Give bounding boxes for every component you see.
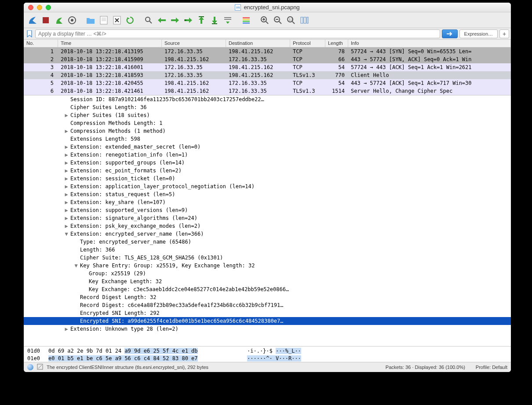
edit-capture-comment-icon[interactable] bbox=[37, 364, 43, 371]
zoom-in-icon[interactable] bbox=[259, 14, 271, 26]
hex-row[interactable]: 01e0 e0 01 b5 e1 be c6 5e a9 56 c6 c4 84… bbox=[27, 355, 507, 362]
chevron-right-icon[interactable]: ▶ bbox=[63, 152, 69, 158]
detail-text: Extension: ec_point_formats (len=2) bbox=[69, 168, 182, 174]
detail-tree-line[interactable]: Record Digest Length: 32 bbox=[24, 293, 511, 301]
detail-tree-line[interactable]: Group: x25519 (29) bbox=[24, 270, 511, 277]
chevron-right-icon[interactable]: ▶ bbox=[63, 223, 69, 229]
chevron-right-icon[interactable]: ▶ bbox=[63, 215, 69, 221]
chevron-right-icon[interactable]: ▶ bbox=[63, 183, 69, 190]
detail-tree-line[interactable]: Record Digest: c6ce4a88f23b89ec33a5defea… bbox=[24, 301, 511, 309]
detail-tree-line[interactable]: ▼Key Share Entry: Group: x25519, Key Exc… bbox=[24, 262, 511, 270]
chevron-right-icon[interactable]: ▶ bbox=[63, 191, 69, 197]
packet-list-pane[interactable]: No. Time Source Destination Protocol Len… bbox=[24, 40, 511, 95]
detail-tree-line[interactable]: Extensions Length: 598 bbox=[24, 135, 511, 143]
go-first-icon[interactable] bbox=[195, 14, 208, 26]
detail-tree-line[interactable]: Key Exchange: c3ec5aaeb1ddc2ce04e85277c0… bbox=[24, 285, 511, 293]
detail-tree-line[interactable]: ▶Extension: supported_versions (len=9) bbox=[24, 206, 511, 214]
chevron-right-icon[interactable]: ▶ bbox=[63, 199, 69, 205]
detail-tree-line[interactable]: Length: 366 bbox=[24, 246, 511, 254]
detail-tree-line[interactable]: Encrypted SNI: a99de6255f4ce1dbe001b5e1b… bbox=[24, 317, 511, 325]
detail-tree-line[interactable]: Encrypted SNI Length: 292 bbox=[24, 309, 511, 317]
detail-tree-line[interactable]: ▶Extension: session_ticket (len=0) bbox=[24, 175, 511, 182]
save-file-icon[interactable] bbox=[98, 14, 110, 26]
auto-scroll-icon[interactable] bbox=[222, 14, 234, 26]
stop-capture-icon[interactable] bbox=[40, 14, 52, 26]
reload-file-icon[interactable] bbox=[124, 14, 136, 26]
packet-row[interactable]: 42018-10-18 13:22:18.418593172.16.33.351… bbox=[24, 71, 511, 79]
chevron-down-icon[interactable]: ▼ bbox=[63, 231, 69, 237]
col-header-length[interactable]: Length bbox=[325, 40, 348, 47]
detail-tree-line[interactable]: Compression Methods Length: 1 bbox=[24, 119, 511, 127]
detail-tree-line[interactable]: ▶Extension: extended_master_secret (len=… bbox=[24, 143, 511, 151]
shark-fin-icon[interactable] bbox=[26, 14, 39, 26]
detail-tree-line[interactable]: ▶Cipher Suites (18 suites) bbox=[24, 111, 511, 119]
add-filter-button[interactable]: + bbox=[499, 29, 509, 38]
apply-filter-button[interactable] bbox=[442, 29, 458, 38]
detail-tree-line[interactable]: ▶Extension: psk_key_exchange_modes (len=… bbox=[24, 222, 511, 230]
display-filter-input[interactable] bbox=[35, 29, 440, 38]
packet-bytes-pane[interactable]: 01d0 0d 69 a2 2e 9b 7d 01 24 a9 9d e6 25… bbox=[24, 347, 511, 362]
chevron-down-icon[interactable]: ▼ bbox=[73, 263, 79, 269]
packet-list-header[interactable]: No. Time Source Destination Protocol Len… bbox=[24, 40, 511, 47]
col-header-source[interactable]: Source bbox=[162, 40, 226, 47]
detail-tree-line[interactable]: Session ID: 887a9102146fea112357bc653670… bbox=[24, 95, 511, 103]
detail-tree-line[interactable]: Cipher Suites Length: 36 bbox=[24, 103, 511, 111]
detail-tree-line[interactable]: ▶Extension: status_request (len=5) bbox=[24, 190, 511, 198]
detail-tree-line[interactable]: ▼Extension: encrypted_server_name (len=3… bbox=[24, 230, 511, 238]
packet-row[interactable]: 52018-10-18 13:22:18.420455198.41.215.16… bbox=[24, 79, 511, 87]
chevron-right-icon[interactable]: ▶ bbox=[63, 326, 69, 332]
detail-tree-line[interactable]: ▶Extension: Unknown type 28 (len=2) bbox=[24, 325, 511, 333]
col-header-info[interactable]: Info bbox=[348, 40, 511, 47]
chevron-right-icon[interactable]: ▶ bbox=[63, 144, 69, 150]
go-back-icon[interactable] bbox=[156, 14, 168, 26]
packet-row[interactable]: 12018-10-18 13:22:18.413195172.16.33.351… bbox=[24, 47, 511, 55]
packet-row[interactable]: 62018-10-18 13:22:18.421461198.41.215.16… bbox=[24, 87, 511, 95]
detail-text: Session ID: 887a9102146fea112357bc653670… bbox=[69, 96, 264, 102]
capture-options-icon[interactable] bbox=[66, 14, 78, 26]
status-profile[interactable]: Profile: Default bbox=[476, 365, 507, 370]
go-last-icon[interactable] bbox=[208, 14, 221, 26]
detail-tree-line[interactable]: ▶Extension: renegotiation_info (len=1) bbox=[24, 151, 511, 159]
chevron-right-icon[interactable]: ▶ bbox=[63, 207, 69, 213]
find-icon[interactable] bbox=[142, 14, 155, 26]
open-file-icon[interactable] bbox=[84, 14, 97, 26]
col-header-protocol[interactable]: Protocol bbox=[290, 40, 325, 47]
detail-tree-line[interactable]: ▶Extension: signature_algorithms (len=24… bbox=[24, 214, 511, 222]
jump-to-icon[interactable] bbox=[182, 14, 194, 26]
col-header-no[interactable]: No. bbox=[24, 40, 58, 47]
resize-columns-icon[interactable] bbox=[298, 14, 310, 26]
zoom-out-icon[interactable] bbox=[272, 14, 284, 26]
go-forward-icon[interactable] bbox=[169, 14, 181, 26]
chevron-right-icon[interactable]: ▶ bbox=[63, 160, 69, 166]
expression-button[interactable]: Expression… bbox=[459, 29, 498, 38]
hex-row[interactable]: 01d0 0d 69 a2 2e 9b 7d 01 24 a9 9d e6 25… bbox=[27, 347, 507, 355]
detail-tree-line[interactable]: Cipher Suite: TLS_AES_128_GCM_SHA256 (0x… bbox=[24, 254, 511, 262]
hex-bytes: 0d 69 a2 2e 9b 7d 01 24 a9 9d e6 25 5f 4… bbox=[48, 347, 247, 355]
detail-tree-line[interactable]: ▶Extension: ec_point_formats (len=2) bbox=[24, 167, 511, 175]
col-header-time[interactable]: Time bbox=[58, 40, 162, 47]
close-file-icon[interactable] bbox=[111, 14, 123, 26]
chevron-right-icon[interactable]: ▶ bbox=[63, 168, 69, 174]
bookmark-icon[interactable] bbox=[26, 30, 33, 38]
detail-tree-line[interactable]: ▶Extension: supported_groups (len=14) bbox=[24, 159, 511, 167]
col-header-destination[interactable]: Destination bbox=[226, 40, 290, 47]
zoom-reset-icon[interactable]: 1:1 bbox=[285, 14, 297, 26]
restart-capture-icon[interactable] bbox=[53, 14, 65, 26]
detail-tree-line[interactable]: ▶Extension: application_layer_protocol_n… bbox=[24, 182, 511, 190]
chevron-right-icon[interactable]: ▶ bbox=[63, 175, 69, 182]
svg-text:1:1: 1:1 bbox=[289, 18, 293, 21]
chevron-right-icon[interactable]: ▶ bbox=[63, 128, 69, 134]
titlebar[interactable]: 101 encrypted_sni.pcapng bbox=[24, 3, 511, 12]
chevron-right-icon[interactable]: ▶ bbox=[63, 112, 69, 118]
detail-tree-line[interactable]: Type: encrypted_server_name (65486) bbox=[24, 238, 511, 246]
svg-line-9 bbox=[149, 21, 152, 23]
detail-tree-line[interactable]: ▶Extension: key_share (len=107) bbox=[24, 198, 511, 206]
detail-tree-line[interactable]: ▶Compression Methods (1 method) bbox=[24, 127, 511, 135]
detail-tree-line[interactable]: Key Exchange Length: 32 bbox=[24, 277, 511, 285]
packet-details-pane[interactable]: Session ID: 887a9102146fea112357bc653670… bbox=[24, 95, 511, 347]
colorize-icon[interactable] bbox=[240, 14, 252, 26]
packet-row[interactable]: 22018-10-18 13:22:18.415909198.41.215.16… bbox=[24, 55, 511, 63]
detail-text: Extension: application_layer_protocol_ne… bbox=[69, 183, 255, 190]
expert-info-icon[interactable] bbox=[27, 364, 33, 370]
packet-row[interactable]: 32018-10-18 13:22:18.416001172.16.33.351… bbox=[24, 63, 511, 71]
